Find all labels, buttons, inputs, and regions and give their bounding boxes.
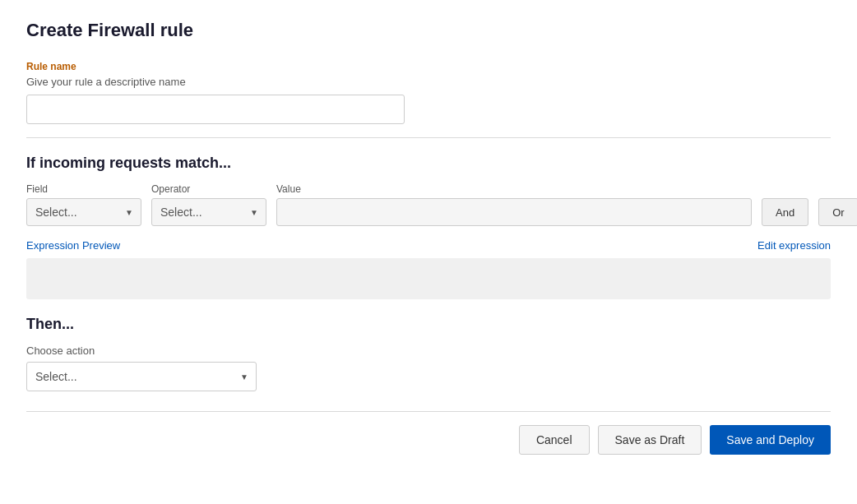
or-button[interactable]: Or — [818, 198, 857, 226]
expression-header: Expression Preview Edit expression — [26, 239, 831, 252]
then-section: Then... Choose action Select... ▼ — [26, 316, 831, 391]
conditions-fields-row: Field Select... ▼ Operator Select... ▼ — [26, 183, 831, 226]
then-title: Then... — [26, 316, 831, 333]
page-container: Create Firewall rule Rule name Give your… — [0, 0, 857, 504]
section-divider-1 — [26, 137, 831, 138]
rule-name-label: Rule name — [26, 61, 831, 72]
expression-preview-box — [26, 258, 831, 299]
page-title: Create Firewall rule — [26, 20, 831, 41]
rule-name-input[interactable] — [26, 95, 405, 124]
save-draft-button[interactable]: Save as Draft — [598, 425, 702, 455]
expression-section: Expression Preview Edit expression — [26, 239, 831, 299]
choose-action-label: Choose action — [26, 344, 831, 357]
value-group: Value — [276, 183, 752, 226]
conditions-section: If incoming requests match... Field Sele… — [26, 155, 831, 226]
value-label: Value — [276, 183, 752, 195]
operator-label: Operator — [151, 183, 266, 195]
field-select[interactable]: Select... — [26, 198, 141, 226]
operator-select[interactable]: Select... — [151, 198, 266, 226]
save-deploy-button[interactable]: Save and Deploy — [710, 425, 831, 455]
operator-select-wrapper: Select... ▼ — [151, 198, 266, 226]
conditions-title: If incoming requests match... — [26, 155, 831, 172]
footer-buttons: Cancel Save as Draft Save and Deploy — [26, 425, 831, 468]
edit-expression-link[interactable]: Edit expression — [757, 239, 831, 252]
field-group: Field Select... ▼ — [26, 183, 141, 226]
footer-divider — [26, 411, 831, 412]
rule-name-section: Rule name Give your rule a descriptive n… — [26, 61, 831, 124]
operator-group: Operator Select... ▼ — [151, 183, 266, 226]
action-select-wrapper: Select... ▼ — [26, 362, 257, 391]
value-input[interactable] — [276, 198, 752, 226]
expression-preview-label: Expression Preview — [26, 239, 120, 252]
cancel-button[interactable]: Cancel — [519, 425, 590, 455]
field-select-wrapper: Select... ▼ — [26, 198, 141, 226]
field-label: Field — [26, 183, 141, 195]
and-button[interactable]: And — [762, 198, 808, 226]
rule-name-hint: Give your rule a descriptive name — [26, 76, 831, 88]
action-select[interactable]: Select... — [26, 362, 257, 391]
